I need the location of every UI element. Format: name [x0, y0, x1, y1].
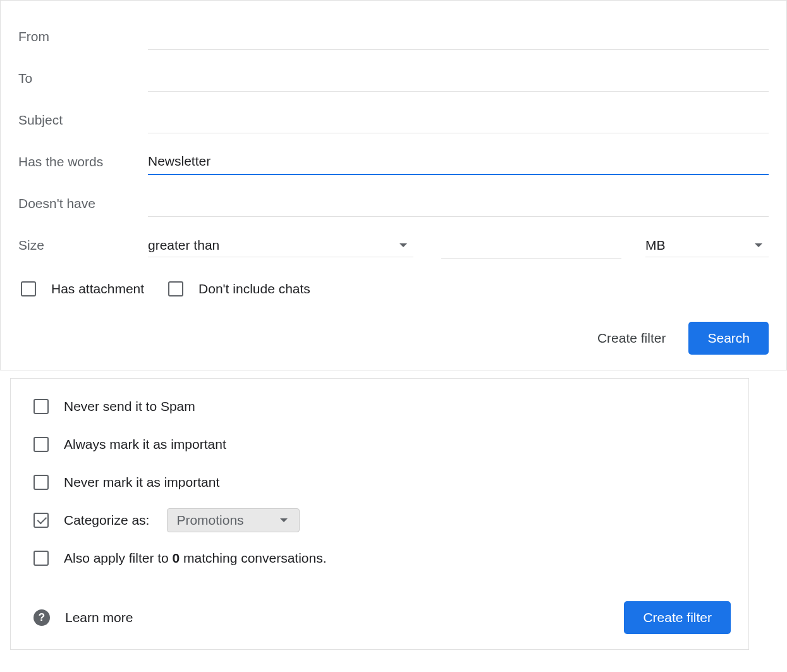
size-unit-value: MB: [645, 238, 666, 253]
never-spam-row: Never send it to Spam: [34, 389, 731, 424]
size-comparator-select[interactable]: greater than: [148, 234, 413, 257]
from-label: From: [18, 29, 148, 44]
always-important-row: Always mark it as important: [34, 427, 731, 462]
help-icon[interactable]: ?: [34, 609, 50, 626]
has-attachment-checkbox[interactable]: [21, 281, 36, 296]
has-words-label: Has the words: [18, 154, 148, 169]
doesnt-have-label: Doesn't have: [18, 196, 148, 211]
chevron-down-icon: [280, 518, 288, 522]
create-filter-button[interactable]: Create filter: [624, 601, 731, 634]
no-chats-label: Don't include chats: [198, 281, 310, 296]
size-label: Size: [18, 238, 148, 253]
chevron-down-icon: [400, 243, 407, 247]
never-important-label: Never mark it as important: [64, 475, 219, 490]
filter-criteria-panel: From To Subject Has the words Doesn't ha…: [0, 0, 787, 370]
size-value-input[interactable]: [441, 233, 621, 259]
to-label: To: [18, 71, 148, 86]
from-row: From: [18, 16, 769, 58]
subject-input[interactable]: [148, 107, 769, 133]
doesnt-have-input[interactable]: [148, 191, 769, 217]
apply-existing-checkbox[interactable]: [34, 551, 49, 566]
actions-footer: ? Learn more Create filter: [34, 601, 731, 634]
subject-label: Subject: [18, 113, 148, 128]
categorize-row: Categorize as: Promotions: [34, 503, 731, 538]
doesnt-have-row: Doesn't have: [18, 183, 769, 224]
chevron-down-icon: [755, 243, 762, 247]
has-words-input[interactable]: [148, 149, 769, 175]
create-filter-link[interactable]: Create filter: [592, 324, 671, 352]
never-important-row: Never mark it as important: [34, 465, 731, 500]
search-button[interactable]: Search: [688, 322, 769, 355]
categorize-label: Categorize as:: [64, 513, 149, 528]
size-comparator-value: greater than: [148, 238, 219, 253]
has-words-row: Has the words: [18, 141, 769, 183]
criteria-actions: Create filter Search: [18, 322, 769, 355]
has-attachment-item: Has attachment: [21, 281, 144, 296]
categorize-select[interactable]: Promotions: [167, 508, 300, 532]
categorize-value: Promotions: [176, 513, 243, 528]
always-important-label: Always mark it as important: [64, 437, 226, 452]
categorize-checkbox[interactable]: [34, 513, 49, 528]
learn-more-group: ? Learn more: [34, 609, 133, 626]
size-unit-select[interactable]: MB: [645, 234, 769, 257]
no-chats-checkbox[interactable]: [168, 281, 183, 296]
from-input[interactable]: [148, 24, 769, 50]
has-attachment-label: Has attachment: [51, 281, 144, 296]
size-row: Size greater than MB: [18, 224, 769, 266]
learn-more-link[interactable]: Learn more: [65, 610, 133, 625]
attachment-chat-row: Has attachment Don't include chats: [21, 281, 769, 296]
subject-row: Subject: [18, 99, 769, 141]
never-spam-label: Never send it to Spam: [64, 399, 195, 414]
never-spam-checkbox[interactable]: [34, 399, 49, 414]
to-row: To: [18, 58, 769, 99]
to-input[interactable]: [148, 66, 769, 92]
always-important-checkbox[interactable]: [34, 437, 49, 452]
never-important-checkbox[interactable]: [34, 475, 49, 490]
apply-existing-row: Also apply filter to 0 matching conversa…: [34, 541, 731, 576]
no-chats-item: Don't include chats: [168, 281, 310, 296]
filter-actions-panel: Never send it to Spam Always mark it as …: [10, 378, 749, 650]
apply-existing-label: Also apply filter to 0 matching conversa…: [64, 551, 327, 566]
